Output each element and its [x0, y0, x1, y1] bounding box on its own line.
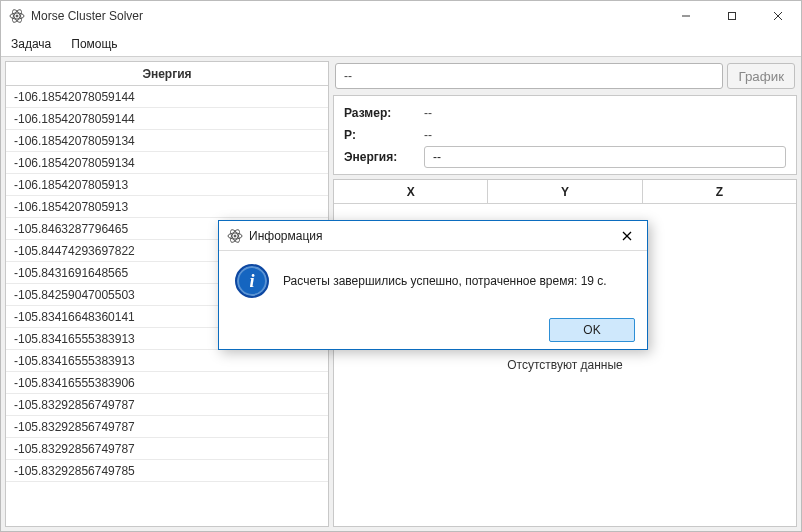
dialog-app-icon: [227, 228, 243, 244]
selection-field[interactable]: --: [335, 63, 723, 89]
energy-row[interactable]: -105.83416555383913: [6, 350, 328, 372]
energy-row[interactable]: -106.18542078059134: [6, 152, 328, 174]
energy-row[interactable]: -106.18542078059144: [6, 108, 328, 130]
energy-row[interactable]: -106.18542078059144: [6, 86, 328, 108]
energy-row[interactable]: -106.1854207805913: [6, 174, 328, 196]
info-dialog: Информация i Расчеты завершились успешно…: [218, 220, 648, 350]
svg-point-11: [234, 235, 236, 237]
detail-top-row: -- График: [333, 61, 797, 91]
energy-header[interactable]: Энергия: [6, 62, 328, 86]
minimize-button[interactable]: [663, 1, 709, 31]
size-value: --: [424, 106, 432, 120]
dialog-body: i Расчеты завершились успешно, потраченн…: [219, 251, 647, 311]
p-label: P:: [344, 128, 424, 142]
dialog-titlebar: Информация: [219, 221, 647, 251]
svg-point-3: [16, 15, 18, 17]
ok-button[interactable]: OK: [549, 318, 635, 342]
chart-button[interactable]: График: [727, 63, 795, 89]
maximize-button[interactable]: [709, 1, 755, 31]
menu-task[interactable]: Задача: [1, 31, 61, 56]
coords-header: X Y Z: [334, 180, 796, 204]
window-title: Morse Cluster Solver: [31, 9, 663, 23]
energy-value-field[interactable]: --: [424, 146, 786, 168]
col-y[interactable]: Y: [488, 180, 642, 203]
titlebar: Morse Cluster Solver: [1, 1, 801, 31]
summary-box: Размер: -- P: -- Энергия: --: [333, 95, 797, 175]
size-label: Размер:: [344, 106, 424, 120]
info-icon: i: [235, 264, 269, 298]
svg-rect-5: [729, 13, 736, 20]
close-button[interactable]: [755, 1, 801, 31]
col-z[interactable]: Z: [643, 180, 796, 203]
energy-row[interactable]: -105.83292856749787: [6, 394, 328, 416]
menubar: Задача Помощь: [1, 31, 801, 57]
p-value: --: [424, 128, 432, 142]
dialog-message: Расчеты завершились успешно, потраченное…: [283, 274, 607, 288]
energy-row[interactable]: -106.1854207805913: [6, 196, 328, 218]
energy-row[interactable]: -105.83416555383906: [6, 372, 328, 394]
energy-label: Энергия:: [344, 150, 424, 164]
menu-help[interactable]: Помощь: [61, 31, 127, 56]
energy-row[interactable]: -106.18542078059134: [6, 130, 328, 152]
app-icon: [9, 8, 25, 24]
dialog-footer: OK: [219, 311, 647, 349]
dialog-close-button[interactable]: [607, 221, 647, 251]
col-x[interactable]: X: [334, 180, 488, 203]
energy-row[interactable]: -105.83292856749787: [6, 438, 328, 460]
dialog-title: Информация: [249, 229, 607, 243]
energy-row[interactable]: -105.83292856749785: [6, 460, 328, 482]
energy-row[interactable]: -105.83292856749787: [6, 416, 328, 438]
